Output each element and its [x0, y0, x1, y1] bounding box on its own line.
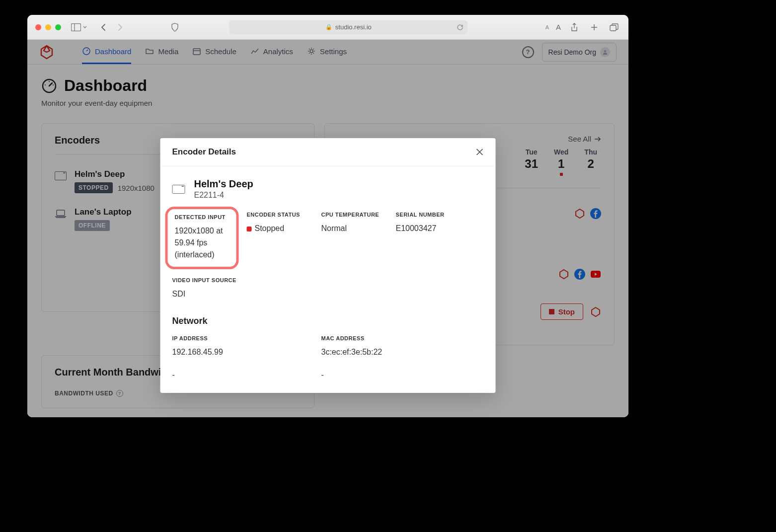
- sidebar-toggle-button[interactable]: [71, 23, 87, 31]
- svg-rect-2: [610, 25, 616, 31]
- safari-right-controls: A A: [545, 22, 621, 33]
- ip-address-value: 192.168.45.99: [172, 346, 321, 358]
- url-bar[interactable]: 🔒 studio.resi.io: [229, 20, 467, 34]
- modal-title: Encoder Details: [172, 147, 236, 157]
- app-content: Dashboard Media Schedule Analytics Setti…: [27, 40, 628, 417]
- encoder-icon: [172, 185, 185, 194]
- text-size-small[interactable]: A: [545, 24, 549, 30]
- modal-encoder-header: Helm's Deep E2211-4: [172, 178, 484, 200]
- detected-input-label: DETECTED INPUT: [175, 214, 230, 220]
- maximize-window-button[interactable]: [55, 24, 61, 30]
- network-dash-2: -: [321, 369, 470, 381]
- encoder-status-label: ENCODER STATUS: [247, 212, 321, 218]
- detected-input-value: 1920x1080 at 59.94 fps (interlaced): [175, 225, 230, 261]
- network-section-heading: Network: [172, 316, 484, 326]
- privacy-shield-button[interactable]: [168, 22, 181, 33]
- video-input-label: VIDEO INPUT SOURCE: [172, 277, 484, 283]
- safari-window: 🔒 studio.resi.io A A Dashboard: [27, 15, 628, 417]
- nav-arrows: [97, 22, 127, 33]
- modal-body: Helm's Deep E2211-4 DETECTED INPUT 1920x…: [160, 166, 496, 393]
- cpu-temperature-value: Normal: [321, 223, 396, 234]
- safari-toolbar: 🔒 studio.resi.io A A: [27, 15, 628, 40]
- video-input-cell: VIDEO INPUT SOURCE SDI: [172, 277, 484, 300]
- back-button[interactable]: [97, 22, 110, 33]
- mac-address-label: MAC ADDRESS: [321, 335, 470, 341]
- svg-rect-0: [72, 23, 81, 31]
- text-size-large[interactable]: A: [556, 23, 561, 31]
- refresh-button[interactable]: [457, 24, 464, 31]
- ip-address-label: IP ADDRESS: [172, 335, 321, 341]
- serial-number-cell: SERIAL NUMBER E10003427: [396, 212, 470, 263]
- tabs-button[interactable]: [608, 22, 621, 33]
- encoder-status-value: Stopped: [247, 223, 321, 234]
- detected-input-cell: DETECTED INPUT 1920x1080 at 59.94 fps (i…: [172, 212, 247, 263]
- status-dot-icon: [247, 227, 252, 231]
- cpu-temperature-label: CPU TEMPERATURE: [321, 212, 396, 218]
- new-tab-button[interactable]: [588, 22, 601, 33]
- modal-header: Encoder Details: [160, 138, 496, 166]
- modal-encoder-model: E2211-4: [194, 191, 253, 200]
- serial-number-label: SERIAL NUMBER: [396, 212, 470, 218]
- traffic-lights: [35, 24, 61, 30]
- mac-address-value: 3c:ec:ef:3e:5b:22: [321, 346, 470, 358]
- modal-encoder-name: Helm's Deep: [194, 178, 253, 190]
- mac-address-cell: MAC ADDRESS 3c:ec:ef:3e:5b:22: [321, 335, 470, 358]
- encoder-status-cell: ENCODER STATUS Stopped: [247, 212, 321, 263]
- highlight-annotation: DETECTED INPUT 1920x1080 at 59.94 fps (i…: [165, 207, 239, 269]
- encoder-details-modal: Encoder Details Helm's Deep E2211-4: [160, 138, 496, 393]
- close-window-button[interactable]: [35, 24, 41, 30]
- lock-icon: 🔒: [325, 24, 332, 30]
- url-text: studio.resi.io: [335, 23, 372, 31]
- share-button[interactable]: [568, 22, 581, 33]
- chevron-down-icon: [83, 26, 87, 28]
- network-dash-1: -: [172, 369, 321, 381]
- minimize-window-button[interactable]: [45, 24, 51, 30]
- close-icon: [476, 148, 484, 156]
- modal-close-button[interactable]: [476, 148, 484, 156]
- serial-number-value: E10003427: [396, 223, 470, 234]
- cpu-temperature-cell: CPU TEMPERATURE Normal: [321, 212, 396, 263]
- detail-grid: DETECTED INPUT 1920x1080 at 59.94 fps (i…: [172, 212, 484, 263]
- forward-button[interactable]: [114, 22, 127, 33]
- network-grid: IP ADDRESS 192.168.45.99 MAC ADDRESS 3c:…: [172, 335, 484, 381]
- ip-address-cell: IP ADDRESS 192.168.45.99: [172, 335, 321, 358]
- video-input-value: SDI: [172, 288, 484, 300]
